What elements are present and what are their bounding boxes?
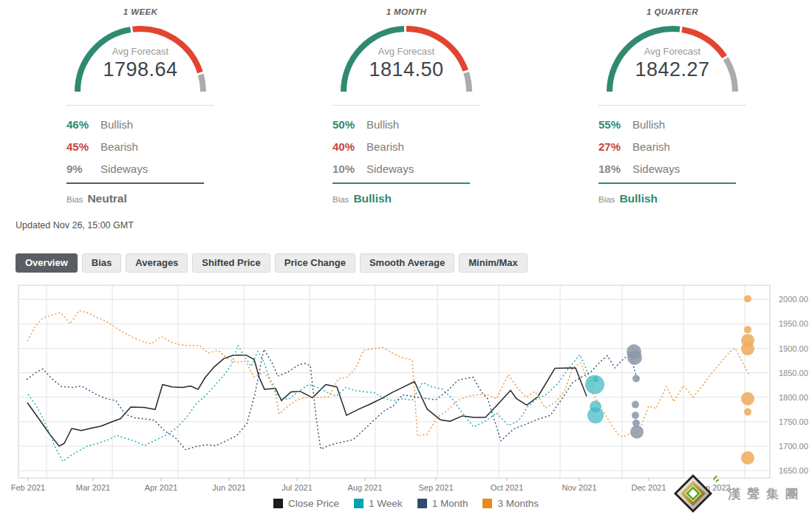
svg-text:Mar 2021: Mar 2021	[76, 483, 110, 492]
bias-label: Bias	[66, 195, 83, 204]
chart-tab[interactable]: Averages	[126, 253, 188, 273]
svg-text:1850.00: 1850.00	[779, 369, 808, 378]
chart-tab[interactable]: Minim/Max	[459, 253, 527, 273]
svg-text:1900.00: 1900.00	[779, 344, 808, 353]
forecast-gauge-card: 1 WEEK Avg Forecast 1798.64 46% Bullish …	[7, 6, 273, 205]
svg-text:Jun 2021: Jun 2021	[212, 483, 245, 492]
bias-row: Bias Bullish	[598, 192, 805, 205]
legend-label: 1 Month	[432, 498, 468, 509]
sentiment-label: Bearish	[632, 140, 670, 153]
svg-text:1700.00: 1700.00	[779, 442, 808, 451]
svg-text:Feb 2021: Feb 2021	[11, 483, 45, 492]
avg-forecast-label: Avg Forecast	[325, 46, 488, 57]
bias-value: Bullish	[619, 192, 658, 205]
bias-divider	[66, 182, 204, 184]
chart-tab[interactable]: Smooth Average	[360, 253, 454, 273]
sentiment-stats: 46% Bullish 45% Bearish 9% Sideways	[66, 105, 214, 180]
sentiment-label: Sideways	[100, 163, 148, 175]
sentiment-label: Bullish	[632, 118, 665, 131]
bias-divider	[598, 182, 736, 184]
legend-label: 3 Months	[497, 498, 539, 509]
chart-tab[interactable]: Bias	[82, 253, 121, 273]
svg-text:Sep 2021: Sep 2021	[418, 483, 453, 492]
chart-tab[interactable]: Shifted Price	[192, 253, 270, 273]
brand-name: 漢聲集團	[728, 485, 805, 502]
sentiment-stats: 55% Bullish 27% Bearish 18% Sideways	[598, 105, 746, 180]
legend-label: 1 Week	[369, 498, 403, 509]
legend-swatch-icon	[482, 499, 492, 508]
sentiment-percent: 18%	[598, 163, 632, 175]
svg-text:Nov 2021: Nov 2021	[562, 483, 596, 492]
sentiment-percent: 10%	[332, 163, 366, 175]
sentiment-percent: 40%	[332, 140, 366, 153]
avg-forecast-value: 1798.64	[59, 58, 222, 81]
svg-text:2000.00: 2000.00	[779, 295, 808, 304]
legend-swatch-icon	[417, 499, 427, 508]
svg-text:1950.00: 1950.00	[779, 319, 808, 328]
sentiment-label: Sideways	[366, 163, 414, 175]
gauge-period-title: 1 QUARTER	[591, 7, 754, 16]
forecast-gauge-card: 1 MONTH Avg Forecast 1814.50 50% Bullish…	[273, 6, 539, 205]
sentiment-percent: 27%	[598, 140, 632, 153]
sentiment-percent: 9%	[66, 163, 100, 175]
sentiment-stat-row: 27% Bearish	[598, 135, 746, 157]
gauge-center-text: Avg Forecast 1814.50	[325, 46, 488, 81]
sentiment-stat-row: 50% Bullish	[332, 113, 480, 135]
sentiment-stat-row: 45% Bearish	[66, 135, 214, 157]
sentiment-label: Bearish	[366, 140, 404, 153]
legend-item[interactable]: 1 Week	[354, 498, 403, 509]
avg-forecast-label: Avg Forecast	[591, 46, 754, 57]
gauge: Avg Forecast 1798.64	[59, 19, 222, 98]
avg-forecast-value: 1814.50	[325, 58, 488, 81]
bias-row: Bias Bullish	[332, 192, 539, 205]
chart-tab[interactable]: Price Change	[275, 253, 355, 273]
svg-text:Oct 2021: Oct 2021	[491, 483, 524, 492]
avg-forecast-value: 1842.27	[591, 58, 754, 81]
sentiment-stat-row: 55% Bullish	[598, 113, 746, 135]
brand-logo-icon	[673, 474, 719, 513]
sentiment-stat-row: 46% Bullish	[66, 113, 214, 135]
forecast-chart-canvas: 2000.001950.001900.001850.001800.001750.…	[0, 279, 812, 495]
sentiment-stat-row: 9% Sideways	[66, 157, 214, 180]
legend-item[interactable]: 3 Months	[482, 498, 539, 509]
legend-item[interactable]: 1 Month	[417, 498, 468, 509]
gauge-period-title: 1 MONTH	[325, 7, 488, 16]
bias-label: Bias	[598, 195, 615, 204]
gauge-center-text: Avg Forecast 1798.64	[59, 46, 222, 81]
sentiment-percent: 55%	[598, 118, 632, 131]
brand-watermark: 漢聲集團	[673, 474, 805, 513]
gauge-period-title: 1 WEEK	[59, 7, 222, 16]
gauge: Avg Forecast 1814.50	[325, 19, 488, 98]
avg-forecast-label: Avg Forecast	[59, 46, 222, 57]
sentiment-stat-row: 18% Sideways	[598, 157, 746, 180]
chart-tabs: Overview Bias Averages Shifted Price Pri…	[16, 253, 812, 273]
sentiment-percent: 46%	[66, 118, 100, 131]
updated-timestamp: Updated Nov 26, 15:00 GMT	[16, 220, 812, 230]
sentiment-label: Bullish	[366, 118, 399, 131]
svg-text:1750.00: 1750.00	[779, 417, 808, 426]
sentiment-stats: 50% Bullish 40% Bearish 10% Sideways	[332, 105, 480, 180]
svg-text:Dec 2021: Dec 2021	[631, 483, 666, 492]
bias-label: Bias	[332, 195, 349, 204]
gauge: Avg Forecast 1842.27	[591, 19, 754, 98]
bias-row: Bias Neutral	[66, 192, 273, 205]
svg-text:Aug 2021: Aug 2021	[347, 483, 382, 492]
sentiment-stat-row: 40% Bearish	[332, 135, 480, 157]
svg-text:1800.00: 1800.00	[779, 393, 808, 402]
svg-text:Jul 2021: Jul 2021	[282, 483, 313, 492]
sentiment-label: Sideways	[632, 163, 680, 175]
sentiment-percent: 45%	[66, 140, 100, 153]
svg-text:Apr 2021: Apr 2021	[145, 483, 178, 492]
legend-item[interactable]: Close Price	[273, 498, 339, 509]
price-forecast-chart: 2000.001950.001900.001850.001800.001750.…	[0, 279, 812, 509]
sentiment-label: Bullish	[100, 118, 133, 131]
sentiment-stat-row: 10% Sideways	[332, 157, 480, 180]
bias-value: Neutral	[87, 192, 126, 205]
sentiment-percent: 50%	[332, 118, 366, 131]
gold-forecast-page: 1 WEEK Avg Forecast 1798.64 46% Bullish …	[0, 0, 812, 526]
gauge-center-text: Avg Forecast 1842.27	[591, 46, 754, 81]
forecast-summary-section: 1 WEEK Avg Forecast 1798.64 46% Bullish …	[0, 0, 812, 205]
legend-swatch-icon	[354, 499, 364, 508]
bias-divider	[332, 182, 470, 184]
chart-tab[interactable]: Overview	[16, 253, 78, 273]
